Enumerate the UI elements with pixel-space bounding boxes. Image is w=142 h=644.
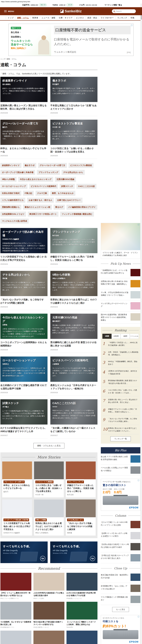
series-tag[interactable]: 5時から作家塾 (1, 177, 17, 182)
pickup-title[interactable]: 吉野家が持ち帰り牛丼値引き 外出制限の子育て支援、個数制限なし (101, 280, 129, 287)
recommend-title[interactable]: わずか10分の面接対策で内定率が変わる 転職のプロが伝授 (66, 592, 97, 597)
series-card[interactable]: グローバルリーダーの育て方 龍芳乃 100%英語環境の保育園やアフタースクールを… (1, 120, 48, 145)
series-card[interactable]: オーダーブックで読み解く外為市場 OANDA FXラボ編集部 外国為替証拠金取引… (1, 228, 48, 253)
bizplus-title[interactable]: 富山発 アプリで世界の海洋ごみ回収 若手起業家の挑戦 (101, 455, 129, 463)
series-card[interactable]: ビジネスパーソン大航海時代 小原聖誉 モバイルコンテンツコンサル会社を経て起業し… (50, 356, 97, 382)
adchoices-icon[interactable]: i (137, 480, 139, 481)
series-tag[interactable]: 東京商工リサーチ特別レポート (28, 212, 59, 217)
article-title[interactable]: 定期券の買い替えシーズン 実は各社で異なる割引率、窓口に並ばず買う方法も (1, 104, 48, 111)
closeup-title[interactable]: マスク増産急ピッチ 異業種参入相次ぐ (101, 596, 129, 603)
pickup-title[interactable]: 国の中小支援策周知「経済産業省 新型コロナウイルス感染症関連」検索を (101, 313, 129, 322)
story-series-badge[interactable]: ビジネストラブル撃退道 (35, 480, 54, 483)
recommend-item[interactable]: その保険料、払いすぎかも? 自動車保険の見直し術 PR(保険比較サイト) (1, 602, 31, 628)
article-title[interactable]: 科学は、まだオムツの取れない子どもでも学べる (1, 147, 48, 154)
nav-item[interactable]: ビジネス (74, 16, 86, 19)
series-tag[interactable]: 教育、もうやめませんか (50, 191, 75, 196)
closeup-item[interactable]: 東京五輪1年延期 広告・観光業界に広がる余波 (101, 572, 140, 583)
ranking-item[interactable]: 5 野生動物の繁殖農家に激震 新型コロナ“発生源”を中国が取引禁… (102, 377, 139, 387)
nav-item[interactable]: 特集 (129, 16, 136, 19)
series-tag[interactable]: 試乗スケッチ (60, 184, 75, 189)
story-series-badge[interactable]: オーダーブックで読み解く外為市場 (4, 518, 29, 521)
site-logo[interactable]: SankeiBiz (60, 9, 82, 13)
series-card[interactable]: 今日から使えるロジカルシンキング 苅野進 小学生~高校生向けにロジカルシンキング… (1, 314, 48, 339)
closeup-title[interactable]: 在宅勤務が問う「はんこ文化」デジタル化は進むか (101, 584, 129, 592)
series-card[interactable]: 試乗スケッチ 木下隆之 レーサーで自動車評論家の木下隆之さんが縦横無尽に“描く”… (1, 399, 48, 424)
closeup-item[interactable]: 在宅勤務が問う「はんこ文化」デジタル化は進むか (101, 583, 140, 594)
recommend-title[interactable]: 【PR】リフォーム費用1500万円~ 理想の住まいを実現するには (1, 592, 31, 597)
bizplus-title[interactable]: ベールを脱いだ空飛ぶクルマ 実用化への道筋は (101, 466, 129, 474)
story-card[interactable]: オーダーブックで読み解く外為市場 リスク許容度低下でもドル高地合い続くか 出口見… (2, 500, 32, 536)
adchoices-icon[interactable]: i (137, 616, 139, 618)
ranking-tab[interactable]: 24時間 (111, 334, 121, 339)
pickup-title[interactable]: テレ東、27日は社員8割出社せず放送継続 リモートワーク強化へ (101, 291, 129, 298)
series-tag[interactable]: 女性起業家のOLトリセツ (1, 212, 26, 217)
ranking-more-button[interactable]: ランキング一覧 (110, 436, 131, 441)
series-card[interactable]: 5時から作家塾 5時から作家塾(R) 著者デビュー志願者を支援することを目的に発… (50, 271, 97, 296)
ranking-title[interactable]: WHOは「中国保健機関」麻生氏、国会答弁で (108, 360, 138, 366)
series-card[interactable]: 鉄道業界インサイド 枝久保達也 鉄道ライターの枝久保達也さんが鉄道業界の歩みや最… (1, 77, 48, 102)
article-title[interactable]: 愚直なエンジェルは「日本を代表するスタートアップを作りたい」~航海(19) (50, 384, 97, 390)
article-title[interactable]: 「夫がいない方がラク現象」をご存知ですか? 3つの問題と解決策 (1, 298, 48, 305)
epson-sidebar-ad[interactable]: i ページプリンターをお使いのあなたに 驚きの低印刷コスト A4カラー文書2.0… (101, 479, 140, 511)
story-title[interactable]: 伊藤忠でアルマーニを扱った男の「日本推し」百貨店 伝統はもっと輝ける (66, 484, 96, 493)
browser-url[interactable]: https://www.sankeibiz.jp/story/story.htm (0, 0, 142, 3)
ranking-item[interactable]: 10 世界的に禁止されつつある電子たばこ そのワケは健康リスクより… (102, 425, 139, 434)
story-card[interactable]: ビジネストラブル撃退道 コロナ対応に見る「お願いする」の愚かさ 国・自治体トップ… (34, 462, 64, 498)
recommend-item[interactable]: わずか10分の面接対策で内定率が変わる 転職のプロが伝授 PR(転職エージェント… (66, 573, 97, 600)
scrollbar[interactable] (140, 4, 142, 644)
pickup-title[interactable]: マンガで学ぶデータマーケティング (101, 302, 129, 310)
series-tag[interactable]: ビジネスパーソン大航海時代 (29, 184, 58, 189)
ranking-title[interactable]: 1世帯20~30万円給付を検討、条件付きで 緊急経済対策 (108, 370, 138, 375)
column-title[interactable]: 【社長を目指す方程式】リモート時代に評価される部下の条件 (101, 543, 129, 550)
article-title[interactable]: 不本意な異動にどう立ち向かうか “左遷”をあえてキャリアに活かす (50, 104, 97, 111)
series-tag[interactable]: パパ編集部員の育休エブリデイ (66, 205, 97, 210)
hp-ad-banner[interactable]: すべてを叶える予感。 HP Elite Dragonfly Windows 10… (50, 542, 97, 563)
recommend-item[interactable]: キャッシュレス還元終了前に 賢いポイントの貯め方 SankeiBiz (66, 630, 97, 644)
recommend-title[interactable]: 【くらべてみた】電動キックボードと自転車、通勤に便利なのは (66, 620, 97, 626)
ranking-item[interactable]: 2 立民・安住氏「五輪延期したら感染者急増、違和感ある」 (102, 349, 139, 358)
story-title[interactable]: 世界的に禁止されつつある電子たばこ そのワケは健康リスクよりもたばこ税か (34, 522, 64, 531)
pickup-title[interactable]: 「自粛要請中になぜ」イベント強行に批判 会場前で詰め寄りも (101, 269, 129, 276)
article-title[interactable]: 「女の園」の裏側 CAはヘビー級のストレスをどう解消しているのか (50, 426, 97, 433)
ranking-item[interactable]: 6 コロナ対応に見る「お願いする」の愚かさ 国・自治体トップは企… (102, 387, 139, 396)
ranking-title[interactable]: 野生動物の繁殖農家に激震 新型コロナ“発生源”を中国が取引禁… (108, 379, 138, 385)
series-tag[interactable]: 最強のコミュニケーション術 (23, 205, 52, 210)
story-card[interactable]: デキる男は住まいから 「夫がいない方がラク現象」をご存知ですか? 3つの問題と解… (66, 500, 96, 536)
recommend-item[interactable]: 【くらべてみた】電動キックボードと自転車、通勤に便利なのは SankeiBiz (66, 602, 97, 628)
ranking-tab[interactable]: 1時間 (102, 334, 111, 339)
series-tag[interactable]: お金で損する人・得する人 (27, 198, 54, 203)
recommend-title[interactable]: その保険料、払いすぎかも? 自動車保険の見直し術 (1, 620, 31, 626)
story-series-badge[interactable]: デキる男は住まいから (67, 518, 84, 521)
story-title[interactable]: 科学は、まだオムツの取れない子どもでも学べる (2, 484, 32, 490)
series-tag[interactable]: グローバルリーダーの育て方 (38, 163, 67, 168)
recommend-item[interactable]: 人生100年時代の資産形成 プロが教える積立投資の基本 PR(ネット証券) (34, 573, 64, 600)
nav-item[interactable]: ニュース・速報 (40, 16, 57, 19)
ticker-topix[interactable]: TOPIX 1399.32 -25.30 (53, 4, 73, 6)
series-tag[interactable]: CAのここだけの話 (76, 184, 96, 189)
series-tag[interactable]: 仕事で使えるAIリテラシー (56, 198, 82, 203)
article-title[interactable]: コーラとポップコーンは因果関係か それとも相関関係か (1, 341, 48, 348)
recommend-item[interactable]: 毎日の詰め替え不要 話題の自動ディスペンサーが便利すぎる PR(生活家電メーカー… (34, 602, 64, 628)
ranking-title[interactable]: 伊藤忠でアルマーニを扱った男の「日本推し」百貨店 伝統はもっ… (108, 408, 138, 413)
article-title[interactable]: 伊藤忠でアルマーニを扱った男の「日本推し」百貨店 伝統はもっと輝ける (50, 255, 97, 262)
series-tag[interactable]: ビジネストラブル撃退道 (69, 163, 94, 168)
story-title[interactable]: リスク許容度低下でもドル高地合い続くか 出口見えず再び不安定化も (2, 522, 32, 531)
ranking-title[interactable]: 世界的に禁止されつつある電子たばこ そのワケは健康リスクより… (108, 427, 138, 432)
breadcrumb-home[interactable]: トップ (1, 58, 5, 60)
series-card[interactable]: CAのここだけの話 AirSol 現役CAだからこそ知る、乗務でのエピソードや海… (50, 399, 97, 424)
story-series-badge[interactable]: ブランドウォッチング (67, 480, 84, 483)
ranking-tab[interactable]: ソーシャル (130, 334, 139, 339)
see-more-series-button[interactable]: 連載・コラムをもっと見る (34, 443, 65, 448)
column-item[interactable]: 【試乗スケッチ】白いボディが映える新型クーペの実力 (101, 530, 140, 541)
nav-item[interactable]: 経済・政治 (86, 16, 99, 19)
ranking-item[interactable]: 8 伊藤忠でアルマーニを扱った男の「日本推し」百貨店 伝統はもっ… (102, 406, 139, 416)
series-tag[interactable]: マック&ユニクロ流人財育成 (1, 218, 29, 224)
ranking-title[interactable]: 「中国寄りで対応誤った」…WHOに批判 五輪実施へ責任重く (108, 341, 138, 347)
nav-item[interactable]: 仕事・キャリア (57, 16, 74, 19)
top-ad-banner[interactable]: i 送金サービス 急な返金・ 送金業務も ウェルネットの 送金サービスなら 簡単… (9, 24, 133, 56)
series-tag[interactable]: 受験指導の現場から (1, 205, 21, 210)
menu-button[interactable]: MENU (4, 10, 14, 12)
pickup-item[interactable]: 吉野家が持ち帰り牛丼値引き 外出制限の子育て支援、個数制限なし (101, 278, 140, 289)
column-title[interactable]: 【試乗スケッチ】白いボディが映える新型クーペの実力 (101, 532, 129, 539)
column-title[interactable]: 【クルマ三昧】リッター40キロ時代 ハイブリッド頂上決戦 (101, 521, 129, 528)
